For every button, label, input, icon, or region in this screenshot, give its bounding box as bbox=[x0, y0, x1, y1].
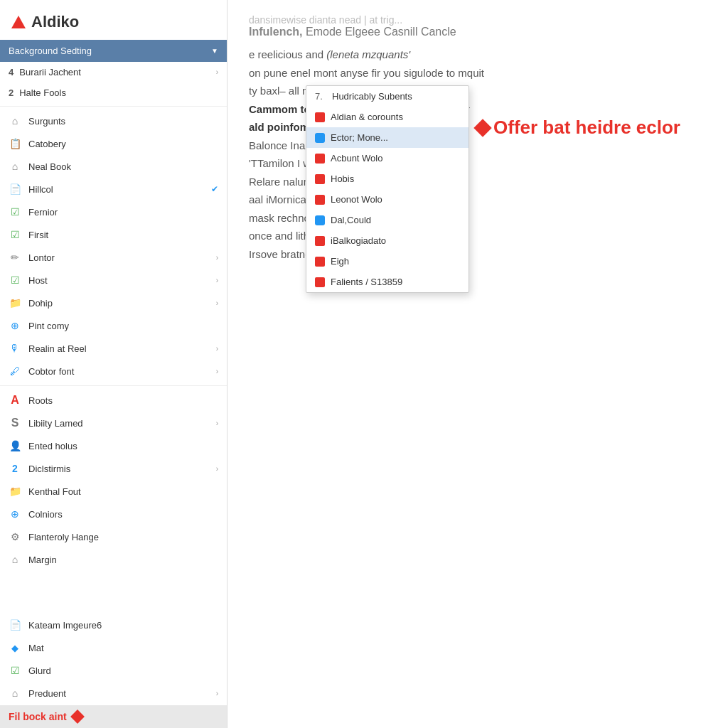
item-label: Aldian & corounts bbox=[331, 112, 403, 122]
chevron-right-icon: › bbox=[216, 465, 218, 473]
num2-icon: 2 bbox=[9, 462, 21, 475]
sidebar-item-kenthal-fout[interactable]: 📁 Kenthal Fout bbox=[0, 480, 227, 503]
sidebar-item-diclstirmis[interactable]: 2 Diclstirmis › bbox=[0, 457, 227, 480]
offer-annotation-text: Offer bat heidre eclor bbox=[493, 117, 680, 139]
sidebar-item-realin-at-reel[interactable]: 🎙 Realin at Reel › bbox=[0, 337, 227, 360]
item-label: Surgunts bbox=[28, 116, 218, 127]
item-label: Halte Fools bbox=[19, 87, 218, 98]
pencil-icon: ✏ bbox=[9, 251, 21, 264]
item-label: Hobis bbox=[331, 173, 354, 184]
bottom-diamond-icon bbox=[70, 710, 85, 724]
sidebar-item-fernior[interactable]: ☑ Fernior bbox=[0, 200, 227, 223]
folder-icon: 📁 bbox=[9, 296, 21, 309]
check-icon: ☑ bbox=[9, 205, 21, 218]
item-label: Dohip bbox=[28, 298, 216, 309]
blue-square-icon bbox=[315, 215, 325, 225]
sidebar-item-ented-holus[interactable]: 👤 Ented holus bbox=[0, 434, 227, 457]
item-label: Hillcol bbox=[28, 184, 211, 195]
sidebar-item-burari-jachent[interactable]: 4 Burarii Jachent › bbox=[0, 62, 227, 82]
dropdown-item-leonot-wolo[interactable]: Leonot Wolo bbox=[306, 189, 469, 210]
item-label: Catobery bbox=[28, 139, 218, 149]
red-square-icon bbox=[315, 154, 325, 164]
diamond-icon: ◆ bbox=[9, 641, 21, 654]
item-label: Falients / S13859 bbox=[331, 277, 402, 287]
dropdown-item-hobis[interactable]: Hobis bbox=[306, 168, 469, 189]
item-label: Hudricably Subents bbox=[332, 91, 412, 102]
item-label: Cobtor font bbox=[28, 366, 216, 377]
dropdown-item-ector-mone[interactable]: Ector; Mone... bbox=[306, 127, 469, 148]
sidebar-item-mat[interactable]: ◆ Mat bbox=[0, 636, 227, 659]
mic-icon: 🎙 bbox=[9, 342, 21, 355]
plus-icon: ⊕ bbox=[9, 508, 21, 520]
app-container: Aldiko Background Sedting ▼ 4 Burarii Ja… bbox=[0, 0, 728, 728]
letter-a-icon: A bbox=[9, 394, 21, 407]
item-label: Lontor bbox=[28, 252, 216, 263]
red-square-icon bbox=[315, 257, 325, 267]
dropdown-item-dal-could[interactable]: Dal,Could bbox=[306, 210, 469, 230]
dropdown-item-falients-s13859[interactable]: Falients / S13859 bbox=[306, 272, 469, 292]
sidebar-item-cobtor-font[interactable]: 🖋 Cobtor font › bbox=[0, 360, 227, 382]
red-square-icon bbox=[315, 112, 325, 122]
sidebar-item-hillcol[interactable]: 📄 Hillcol ✔ bbox=[0, 178, 227, 200]
item-label: iBalkogiadato bbox=[331, 235, 386, 246]
item-label: Fernior bbox=[28, 207, 218, 218]
dropdown-item-hudricably-subents[interactable]: 7. Hudricably Subents bbox=[306, 86, 469, 107]
chevron-right-icon: › bbox=[216, 368, 218, 375]
logo-area: Aldiko bbox=[0, 0, 227, 40]
sidebar-item-preduent[interactable]: ⌂ Preduent › bbox=[0, 682, 227, 705]
logo-text: Aldiko bbox=[31, 13, 79, 31]
sidebar-item-lontor[interactable]: ✏ Lontor › bbox=[0, 246, 227, 269]
item-number: 7. bbox=[315, 91, 326, 102]
check-icon: ☑ bbox=[9, 228, 21, 241]
sidebar-item-catobery[interactable]: 📋 Catobery bbox=[0, 132, 227, 155]
bottom-label-text: Fil bock aint bbox=[9, 711, 67, 722]
red-square-icon bbox=[315, 277, 325, 287]
letter-s-icon: S bbox=[9, 417, 21, 429]
sidebar-item-surgunts[interactable]: ⌂ Surgunts bbox=[0, 109, 227, 132]
item-label: Host bbox=[28, 275, 216, 286]
dropdown-menu: 7. Hudricably Subents Aldian & corounts … bbox=[306, 85, 469, 293]
plus-icon: ⊕ bbox=[9, 319, 21, 332]
chevron-right-icon: › bbox=[216, 277, 218, 284]
item-num: 2 bbox=[9, 87, 14, 98]
sidebar-item-halte-fools[interactable]: 2 Halte Fools bbox=[0, 82, 227, 103]
sidebar-item-dohip[interactable]: 📁 Dohip › bbox=[0, 291, 227, 314]
chevron-right-icon: › bbox=[216, 299, 218, 307]
sidebar-item-libiity-lamed[interactable]: S Libiity Lamed › bbox=[0, 412, 227, 434]
chevron-right-icon: › bbox=[216, 419, 218, 427]
dropdown-item-ibalkogiadato[interactable]: iBalkogiadato bbox=[306, 230, 469, 251]
divider bbox=[0, 106, 227, 107]
item-label: Kenthal Fout bbox=[28, 486, 218, 497]
sidebar-item-flanteroly-hange[interactable]: ⚙ Flanteroly Hange bbox=[0, 525, 227, 548]
item-label: Roots bbox=[28, 395, 218, 406]
sidebar-item-roots[interactable]: A Roots bbox=[0, 389, 227, 412]
settings-icon: ⚙ bbox=[9, 530, 21, 543]
sidebar-item-neal-book[interactable]: ⌂ Neal Book bbox=[0, 155, 227, 178]
sidebar-item-colniors[interactable]: ⊕ Colniors bbox=[0, 503, 227, 525]
dropdown-item-aldian-corounts[interactable]: Aldian & corounts bbox=[306, 107, 469, 127]
item-label: Leonot Wolo bbox=[331, 194, 382, 205]
sidebar-item-margin[interactable]: ⌂ Margin bbox=[0, 548, 227, 571]
item-label: Dal,Could bbox=[331, 215, 371, 225]
chevron-right-icon: › bbox=[216, 345, 218, 353]
item-label: Libiity Lamed bbox=[28, 418, 216, 429]
item-label: Preduent bbox=[28, 688, 216, 699]
item-label: Acbunt Wolo bbox=[331, 153, 382, 164]
dropdown-item-eigh[interactable]: Eigh bbox=[306, 251, 469, 272]
sidebar-item-kateam[interactable]: 📄 Kateam Imgeure6 bbox=[0, 614, 227, 636]
section-header[interactable]: Background Sedting ▼ bbox=[0, 40, 227, 62]
check-badge: ✔ bbox=[211, 184, 218, 194]
sidebar-item-firsit[interactable]: ☑ Firsit bbox=[0, 223, 227, 246]
logo-triangle-icon bbox=[11, 16, 26, 28]
item-num: 4 bbox=[9, 67, 14, 77]
sidebar-item-glurd[interactable]: ☑ Glurd bbox=[0, 659, 227, 682]
sidebar-item-host[interactable]: ☑ Host › bbox=[0, 269, 227, 291]
item-label: Ented holus bbox=[28, 441, 218, 451]
folder-icon: 📁 bbox=[9, 485, 21, 498]
dropdown-item-acbunt-wolo[interactable]: Acbunt Wolo bbox=[306, 148, 469, 168]
red-square-icon bbox=[315, 195, 325, 205]
doc-icon: 📄 bbox=[9, 183, 21, 196]
item-label: Diclstirmis bbox=[28, 464, 216, 474]
item-label: Mat bbox=[28, 643, 218, 653]
sidebar-item-pint-comy[interactable]: ⊕ Pint comy bbox=[0, 314, 227, 337]
